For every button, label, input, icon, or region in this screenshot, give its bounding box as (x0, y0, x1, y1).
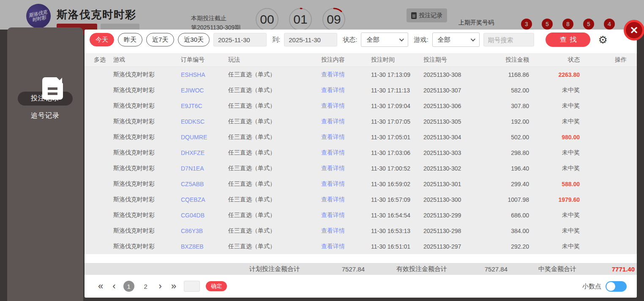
quick-filter-昨天[interactable]: 昨天 (118, 33, 142, 46)
status-cell: 未中奖 (529, 102, 580, 110)
status-cell: 未中奖 (529, 165, 580, 172)
view-detail-link[interactable]: 查看详情 (321, 165, 371, 172)
view-detail-link[interactable]: 查看详情 (321, 212, 371, 219)
order-id-link[interactable]: CQEBZA (181, 196, 228, 203)
column-header-play: 玩法 (228, 56, 321, 64)
status-cell: 980.00 (529, 134, 580, 141)
play-type-cell: 任三直选（单式） (228, 243, 321, 250)
table-header: 多选游戏订单编号玩法投注内容投注时间投注期号投注金额状态操作 (85, 53, 637, 67)
bet-time-cell: 11-30 17:09:04 (371, 103, 423, 109)
close-icon: ✕ (630, 24, 638, 36)
amount-cell: 686.00 (487, 212, 529, 219)
view-detail-link[interactable]: 查看详情 (321, 133, 371, 141)
bet-time-cell: 11-30 17:03:06 (371, 149, 423, 156)
order-id-link[interactable]: D7N1EA (181, 165, 228, 172)
game-label: 游戏: (414, 36, 428, 44)
game-cell: 斯洛伐克时时彩 (113, 149, 181, 157)
view-detail-link[interactable]: 查看详情 (321, 243, 371, 250)
status-select[interactable]: 全部 (361, 33, 408, 47)
order-id-link[interactable]: CG04DB (181, 212, 228, 219)
amount-cell: 1168.86 (487, 71, 529, 78)
confirm-page-button[interactable]: 确定 (206, 281, 227, 291)
period-cell: 20251130-305 (423, 118, 487, 125)
next-page-button[interactable]: › (157, 282, 164, 291)
table-row: 斯洛伐克时时彩E0DKSC任三直选（单式）查看详情11-30 17:07:052… (85, 114, 637, 129)
game-cell: 斯洛伐克时时彩 (113, 165, 181, 172)
period-search-input[interactable] (483, 33, 534, 46)
column-header-status: 状态 (529, 56, 580, 64)
last-page-button[interactable]: » (169, 282, 178, 291)
order-id-link[interactable]: E0DKSC (181, 118, 228, 125)
view-detail-link[interactable]: 查看详情 (321, 118, 371, 125)
status-cell: 2263.80 (529, 71, 580, 78)
period-cell: 20251130-301 (423, 181, 487, 187)
table-row: 斯洛伐克时时彩C86Y3B任三直选（单式）查看详情11-30 16:53:132… (85, 223, 637, 239)
quick-filter-近30天[interactable]: 近30天 (178, 33, 210, 46)
order-id-link[interactable]: CZ5ABB (181, 181, 228, 187)
order-id-link[interactable]: DQUMRE (181, 134, 228, 141)
view-detail-link[interactable]: 查看详情 (321, 87, 371, 94)
records-sidebar: 投注记录 追号记录 (7, 27, 83, 301)
page-jump-input[interactable] (184, 281, 200, 292)
find-button[interactable]: 查找 (546, 33, 590, 47)
column-header-order: 订单编号 (181, 56, 228, 64)
view-detail-link[interactable]: 查看详情 (321, 227, 371, 235)
page-fold-icon (57, 77, 63, 84)
order-id-link[interactable]: EJIWOC (181, 87, 228, 94)
period-cell: 20251130-298 (423, 228, 487, 234)
page-number-2[interactable]: 2 (140, 281, 151, 292)
plan-total-value: 7527.84 (300, 266, 365, 273)
column-header-detail: 投注内容 (321, 56, 371, 64)
order-id-link[interactable]: C86Y3B (181, 228, 228, 234)
prev-page-button[interactable]: ‹ (111, 282, 117, 291)
page-number-1[interactable]: 1 (123, 281, 134, 292)
column-header-op: 操作 (580, 56, 627, 64)
game-cell: 斯洛伐克时时彩 (113, 87, 181, 94)
bet-time-cell: 11-30 16:51:01 (371, 243, 423, 250)
document-icon (42, 77, 63, 100)
chevron-down-icon (470, 37, 475, 41)
order-id-link[interactable]: ESHSHA (181, 71, 228, 78)
toggle-knob (606, 282, 615, 291)
period-cell: 20251130-300 (423, 196, 487, 203)
amount-cell: 292.20 (487, 243, 529, 250)
quick-filter-近7天[interactable]: 近7天 (146, 33, 174, 46)
play-type-cell: 任三直选（单式） (228, 102, 321, 110)
period-cell: 20251130-306 (423, 103, 487, 109)
column-header-game: 游戏 (113, 56, 181, 64)
column-header-time: 投注时间 (371, 56, 423, 64)
plan-total-label: 计划投注金额合计 (249, 265, 300, 273)
win-total-value: 7771.40 (576, 266, 635, 273)
view-detail-link[interactable]: 查看详情 (321, 180, 371, 188)
view-detail-link[interactable]: 查看详情 (321, 149, 371, 157)
gear-icon[interactable]: ⚙ (598, 35, 608, 45)
date-to-input[interactable] (284, 33, 337, 46)
chevron-down-icon (399, 37, 404, 41)
bet-time-cell: 11-30 17:07:05 (371, 118, 423, 125)
bet-time-cell: 11-30 17:13:09 (371, 71, 423, 78)
table-row: 斯洛伐克时时彩DQUMRE任三直选（单式）查看详情11-30 17:05:012… (85, 129, 637, 145)
play-type-cell: 任三直选（单式） (228, 180, 321, 188)
period-cell: 20251130-308 (423, 71, 487, 78)
table-row: 斯洛伐克时时彩E9JT6C任三直选（单式）查看详情11-30 17:09:042… (85, 98, 637, 114)
decimal-toggle[interactable] (606, 281, 627, 292)
quick-date-filters: 今天昨天近7天近30天 (90, 33, 210, 46)
view-detail-link[interactable]: 查看详情 (321, 71, 371, 79)
order-id-link[interactable]: BXZ8EB (181, 243, 228, 250)
close-button[interactable]: ✕ (624, 20, 644, 41)
game-cell: 斯洛伐克时时彩 (113, 227, 181, 235)
sidebar-item-chase-records[interactable]: 追号记录 (18, 109, 73, 123)
filter-bar: 今天昨天近7天近30天 到: 状态: 全部 游戏: 全部 查找 ⚙ (85, 30, 637, 50)
table-row: 斯洛伐克时时彩DHXFZE任三直选（单式）查看详情11-30 17:03:062… (85, 145, 637, 160)
view-detail-link[interactable]: 查看详情 (321, 102, 371, 110)
quick-filter-今天[interactable]: 今天 (90, 33, 114, 46)
game-select[interactable]: 全部 (432, 33, 480, 47)
first-page-button[interactable]: « (96, 282, 105, 291)
play-type-cell: 任三直选（单式） (228, 149, 321, 157)
play-type-cell: 任三直选（单式） (228, 212, 321, 219)
order-id-link[interactable]: E9JT6C (181, 103, 228, 109)
date-from-input[interactable] (213, 33, 267, 46)
order-id-link[interactable]: DHXFZE (181, 149, 228, 156)
view-detail-link[interactable]: 查看详情 (321, 196, 371, 203)
amount-cell: 582.00 (487, 87, 529, 94)
